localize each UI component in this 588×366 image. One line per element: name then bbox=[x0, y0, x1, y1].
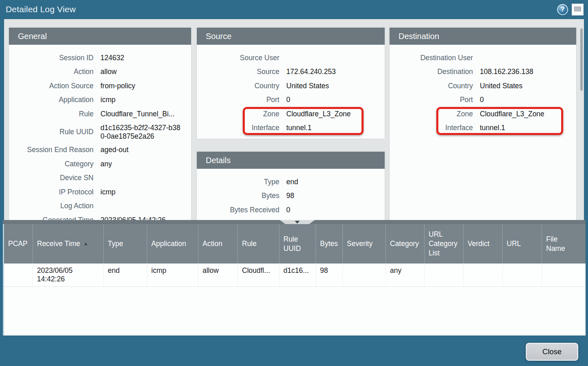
field-value: icmp bbox=[100, 96, 115, 104]
log-table: PCAP Receive Time▲ Type Application Acti… bbox=[3, 224, 586, 336]
column-header-receive-time[interactable]: Receive Time▲ bbox=[33, 224, 104, 264]
field-row-source-port: Port0 bbox=[197, 93, 385, 107]
field-row-destination-user: Destination User bbox=[390, 51, 576, 65]
field-row-action-source: Action Sourcefrom-policy bbox=[9, 79, 191, 93]
field-row-action: Actionallow bbox=[9, 65, 191, 79]
field-value: Cloudflare_L3_Zone bbox=[480, 110, 544, 118]
field-label: Generated Time bbox=[9, 216, 94, 220]
window-restore-icon[interactable] bbox=[572, 4, 584, 15]
field-value: 108.162.236.138 bbox=[480, 68, 533, 76]
field-label: Action Source bbox=[9, 82, 94, 90]
field-row-destination: Destination108.162.236.138 bbox=[390, 65, 576, 79]
field-value: from-policy bbox=[100, 82, 135, 90]
field-label: Interface bbox=[197, 124, 279, 132]
field-value: 98 bbox=[286, 192, 294, 200]
column-header-url-category-list[interactable]: URL Category List bbox=[425, 224, 464, 264]
cell-application: icmp bbox=[147, 264, 198, 286]
field-label: Source bbox=[197, 68, 279, 76]
panel-source-title: Source bbox=[197, 28, 385, 45]
field-row-source-interface: Interfacetunnel.1 bbox=[197, 121, 385, 135]
column-header-bytes[interactable]: Bytes bbox=[316, 224, 343, 264]
column-header-url[interactable]: URL bbox=[503, 224, 542, 264]
field-label: Source User bbox=[197, 54, 279, 62]
collapse-down-icon bbox=[295, 221, 300, 224]
field-row-device-sn: Device SN bbox=[9, 171, 191, 185]
field-row-source: Source172.64.240.253 bbox=[197, 65, 385, 79]
dialog-title: Detailed Log View bbox=[6, 4, 76, 14]
window-restore-icon-pane bbox=[574, 7, 581, 11]
field-label: Log Action bbox=[9, 202, 94, 210]
cell-rule: Cloudfl... bbox=[238, 264, 279, 286]
field-label: Rule UUID bbox=[9, 128, 94, 136]
field-label: Type bbox=[197, 178, 279, 186]
field-row-destination-interface: Interfacetunnel.1 bbox=[390, 121, 576, 135]
column-header-rule[interactable]: Rule bbox=[238, 224, 279, 264]
help-icon[interactable]: ? bbox=[557, 4, 568, 15]
cell-action: allow bbox=[198, 264, 238, 286]
field-label: Category bbox=[9, 160, 94, 168]
field-row-destination-port: Port0 bbox=[390, 93, 576, 107]
panel-destination: Destination Destination User Destination… bbox=[390, 28, 576, 220]
field-label: Session End Reason bbox=[9, 146, 94, 154]
panel-source: Source Source User Source172.64.240.253 … bbox=[197, 28, 385, 139]
vertical-scrollbar-thumb[interactable] bbox=[580, 28, 583, 91]
field-row-category: Categoryany bbox=[9, 157, 191, 171]
cell-bytes: 98 bbox=[316, 264, 343, 286]
field-value: 124632 bbox=[100, 54, 124, 62]
field-row-source-country: CountryUnited States bbox=[197, 79, 385, 93]
field-row-log-action: Log Action bbox=[9, 199, 191, 214]
field-value: any bbox=[100, 160, 112, 168]
panel-general-title: General bbox=[9, 28, 191, 45]
table-row[interactable]: 2023/06/05 14:42:26 end icmp allow Cloud… bbox=[4, 264, 586, 287]
column-header-verdict[interactable]: Verdict bbox=[464, 224, 503, 264]
splitter-bar bbox=[3, 220, 586, 224]
field-row-application: Applicationicmp bbox=[9, 93, 191, 107]
field-label: Port bbox=[390, 96, 473, 104]
field-value: 2023/06/05 14:42:26 bbox=[100, 216, 166, 220]
field-value: tunnel.1 bbox=[286, 124, 311, 132]
field-label: IP Protocol bbox=[9, 188, 94, 196]
field-row-session-id: Session ID124632 bbox=[9, 51, 191, 65]
cell-file-name bbox=[542, 264, 586, 286]
field-value: icmp bbox=[100, 188, 115, 196]
field-value: 0 bbox=[286, 96, 290, 104]
field-label: Country bbox=[197, 82, 279, 90]
field-value: 0 bbox=[286, 206, 290, 214]
column-header-type[interactable]: Type bbox=[104, 224, 147, 264]
field-label: Session ID bbox=[9, 54, 94, 62]
field-label: Bytes Received bbox=[197, 206, 279, 214]
cell-verdict bbox=[464, 264, 503, 286]
field-label: Country bbox=[390, 82, 473, 90]
field-row-source-user: Source User bbox=[197, 51, 385, 65]
field-row-source-zone: ZoneCloudflare_L3_Zone bbox=[197, 107, 385, 121]
field-label: Interface bbox=[390, 124, 473, 132]
close-button[interactable]: Close bbox=[526, 343, 578, 361]
panel-general: General Session ID124632 Actionallow Act… bbox=[9, 28, 191, 220]
field-row-rule: RuleCloudflare_Tunnel_Bi... bbox=[9, 107, 191, 121]
field-value: United States bbox=[286, 82, 329, 90]
field-label: Rule bbox=[9, 110, 94, 118]
column-header-action[interactable]: Action bbox=[198, 224, 238, 264]
cell-receive-time: 2023/06/05 14:42:26 bbox=[33, 264, 104, 286]
column-header-rule-uuid[interactable]: Rule UUID bbox=[279, 224, 316, 264]
column-header-file-name[interactable]: File Name bbox=[542, 224, 586, 264]
field-label: Action bbox=[9, 68, 94, 76]
field-value: aged-out bbox=[100, 146, 128, 154]
field-label: Destination bbox=[390, 68, 473, 76]
field-label: Application bbox=[9, 96, 94, 104]
field-label: Zone bbox=[390, 110, 473, 118]
column-header-pcap[interactable]: PCAP bbox=[4, 224, 33, 264]
cell-rule-uuid: d1c16... bbox=[279, 264, 316, 286]
cell-type: end bbox=[104, 264, 147, 286]
field-value: tunnel.1 bbox=[480, 124, 505, 132]
field-row-bytes-received: Bytes Received0 bbox=[197, 203, 385, 217]
column-header-category[interactable]: Category bbox=[386, 224, 425, 264]
field-value: 172.64.240.253 bbox=[286, 68, 336, 76]
column-header-severity[interactable]: Severity bbox=[343, 224, 386, 264]
field-label: Port bbox=[197, 96, 279, 104]
field-label: Destination User bbox=[390, 54, 473, 62]
field-value: Cloudflare_L3_Zone bbox=[286, 110, 351, 118]
column-header-application[interactable]: Application bbox=[147, 224, 198, 264]
splitter-collapse-handle[interactable] bbox=[280, 220, 315, 224]
cell-url bbox=[503, 264, 542, 286]
